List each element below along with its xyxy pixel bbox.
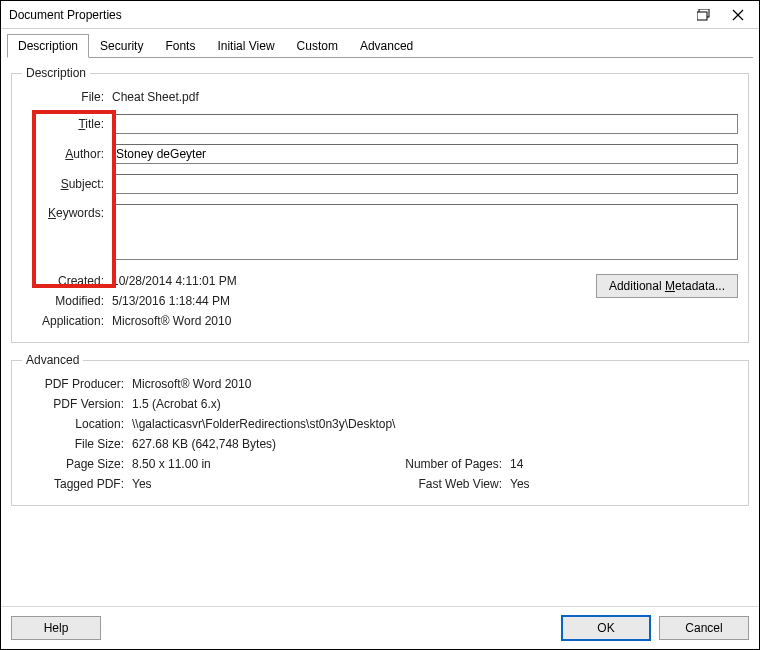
tagged-pdf-label: Tagged PDF: xyxy=(22,477,132,491)
tab-description[interactable]: Description xyxy=(7,34,89,58)
location-label: Location: xyxy=(22,417,132,431)
title-label: Title: xyxy=(22,117,112,131)
pagesize-value: 8.50 x 11.00 in xyxy=(132,457,380,471)
file-label: File: xyxy=(22,90,112,104)
subject-input[interactable] xyxy=(112,174,738,194)
cancel-button[interactable]: Cancel xyxy=(659,616,749,640)
numpages-value: 14 xyxy=(510,457,738,471)
filesize-label: File Size: xyxy=(22,437,132,451)
pdf-version-label: PDF Version: xyxy=(22,397,132,411)
application-label: Application: xyxy=(22,314,112,328)
help-button[interactable]: Help xyxy=(11,616,101,640)
fastweb-value: Yes xyxy=(510,477,738,491)
close-icon[interactable] xyxy=(721,1,755,28)
description-legend: Description xyxy=(22,66,90,80)
file-value: Cheat Sheet.pdf xyxy=(112,90,738,104)
ok-button[interactable]: OK xyxy=(561,615,651,641)
author-input[interactable] xyxy=(112,144,738,164)
restore-icon[interactable] xyxy=(687,1,721,28)
additional-metadata-button[interactable]: Additional Metadata... xyxy=(596,274,738,298)
tab-fonts[interactable]: Fonts xyxy=(154,34,206,58)
numpages-label: Number of Pages: xyxy=(380,457,510,471)
tab-content: Description File: Cheat Sheet.pdf Title:… xyxy=(1,58,759,606)
tab-custom[interactable]: Custom xyxy=(286,34,349,58)
tab-advanced[interactable]: Advanced xyxy=(349,34,424,58)
tab-initial-view[interactable]: Initial View xyxy=(206,34,285,58)
svg-rect-1 xyxy=(697,12,707,20)
advanced-legend: Advanced xyxy=(22,353,83,367)
dialog-footer: Help OK Cancel xyxy=(1,606,759,649)
tab-security[interactable]: Security xyxy=(89,34,154,58)
location-value: \\galacticasvr\FolderRedirections\st0n3y… xyxy=(132,417,738,431)
producer-label: PDF Producer: xyxy=(22,377,132,391)
pagesize-label: Page Size: xyxy=(22,457,132,471)
pdf-version-value: 1.5 (Acrobat 6.x) xyxy=(132,397,738,411)
application-value: Microsoft® Word 2010 xyxy=(112,314,568,328)
created-label: Created: xyxy=(22,274,112,288)
title-input[interactable] xyxy=(112,114,738,134)
author-label: Author: xyxy=(22,147,112,161)
producer-value: Microsoft® Word 2010 xyxy=(132,377,738,391)
window-title: Document Properties xyxy=(9,8,687,22)
tab-strip: Description Security Fonts Initial View … xyxy=(7,33,753,58)
document-properties-dialog: Document Properties Description Security… xyxy=(0,0,760,650)
tagged-pdf-value: Yes xyxy=(132,477,380,491)
highlight-box xyxy=(32,110,116,288)
fastweb-label: Fast Web View: xyxy=(380,477,510,491)
titlebar: Document Properties xyxy=(1,1,759,29)
modified-value: 5/13/2016 1:18:44 PM xyxy=(112,294,568,308)
filesize-value: 627.68 KB (642,748 Bytes) xyxy=(132,437,738,451)
subject-label: Subject: xyxy=(22,177,112,191)
keywords-label: Keywords: xyxy=(22,204,112,220)
advanced-group: Advanced PDF Producer: Microsoft® Word 2… xyxy=(11,353,749,506)
description-group: Description File: Cheat Sheet.pdf Title:… xyxy=(11,66,749,343)
created-value: 10/28/2014 4:11:01 PM xyxy=(112,274,568,288)
modified-label: Modified: xyxy=(22,294,112,308)
keywords-input[interactable] xyxy=(112,204,738,260)
